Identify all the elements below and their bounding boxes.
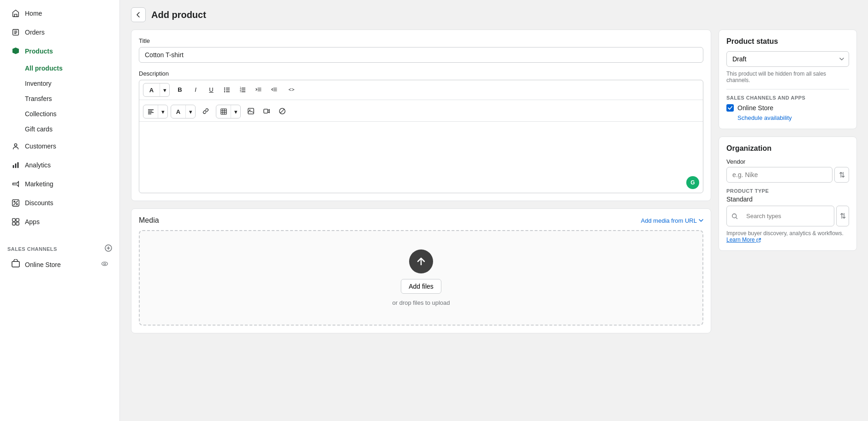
search-types-input-wrap	[726, 206, 834, 226]
vendor-input[interactable]	[726, 167, 832, 183]
organization-title: Organization	[726, 144, 849, 153]
orders-icon	[11, 28, 20, 37]
video-btn[interactable]	[259, 105, 274, 118]
back-button[interactable]	[131, 7, 146, 22]
sidebar-sub-inventory[interactable]: Inventory	[4, 76, 116, 91]
sidebar-sub-collections[interactable]: Collections	[4, 107, 116, 121]
sidebar-item-products-label: Products	[25, 47, 53, 55]
svg-rect-37	[248, 108, 254, 114]
schedule-availability-link[interactable]: Schedule availability	[726, 114, 849, 121]
sidebar-item-customers-label: Customers	[25, 142, 56, 150]
status-select[interactable]: Draft Active	[726, 51, 849, 67]
text-color-btn[interactable]: A	[171, 105, 186, 118]
svg-rect-13	[12, 261, 19, 267]
eye-icon	[101, 260, 108, 269]
sidebar-sub-gift-cards[interactable]: Gift cards	[4, 122, 116, 136]
text-color-dropdown-btn[interactable]: ▾	[186, 105, 195, 118]
org-hint: Improve buyer discovery, analytics & wor…	[726, 230, 849, 243]
sidebar-item-home[interactable]: Home	[4, 4, 116, 23]
sidebar-sub-all-products[interactable]: All products	[4, 61, 116, 76]
product-status-title: Product status	[726, 37, 849, 46]
svg-line-41	[280, 109, 285, 113]
divider	[726, 89, 849, 89]
vendor-stepper[interactable]: ⇅	[834, 167, 849, 183]
align-group: ▾	[143, 105, 168, 119]
sidebar-item-orders[interactable]: Orders	[4, 23, 116, 42]
description-editor[interactable]: G	[139, 124, 703, 193]
ordered-list-btn[interactable]: 1.2.3.	[235, 83, 250, 96]
editor-toolbar: A ▾ B I U 1.2.3.	[139, 80, 703, 100]
main-content: Add product Title Description A ▾	[120, 0, 868, 421]
title-label: Title	[139, 37, 703, 44]
unordered-list-btn[interactable]	[220, 83, 234, 96]
svg-point-14	[102, 262, 108, 266]
search-icon	[731, 213, 738, 219]
upload-icon	[409, 249, 433, 273]
svg-point-15	[104, 263, 106, 265]
underline-btn[interactable]: U	[204, 83, 219, 96]
svg-rect-2	[13, 165, 14, 168]
sidebar-item-marketing[interactable]: Marketing	[4, 175, 116, 193]
svg-point-16	[224, 88, 225, 89]
svg-rect-10	[12, 222, 15, 225]
online-store-label: Online Store	[25, 261, 61, 268]
description-label: Description	[139, 70, 703, 77]
link-btn[interactable]	[198, 105, 213, 118]
indent-btn[interactable]	[267, 83, 281, 96]
text-color-group: A ▾	[171, 105, 196, 119]
sidebar-item-home-label: Home	[25, 10, 42, 17]
products-icon	[11, 47, 20, 56]
table-dropdown-btn[interactable]: ▾	[231, 105, 240, 118]
align-btn[interactable]	[143, 105, 158, 118]
title-input[interactable]	[139, 47, 703, 63]
svg-rect-8	[12, 219, 15, 221]
code-btn[interactable]: <>	[284, 83, 299, 96]
svg-point-5	[14, 201, 15, 202]
search-types-stepper[interactable]: ⇅	[836, 206, 849, 226]
outdent-btn[interactable]	[251, 83, 266, 96]
learn-more-link[interactable]: Learn More	[726, 237, 761, 243]
sales-channels-title: SALES CHANNELS	[0, 239, 119, 255]
sidebar-item-products[interactable]: Products	[4, 42, 116, 60]
italic-btn[interactable]: I	[188, 83, 203, 96]
sidebar-item-discounts-label: Discounts	[25, 199, 53, 207]
font-dropdown-btn[interactable]: ▾	[160, 83, 169, 96]
grammarly-icon: G	[686, 176, 699, 189]
drop-text: or drop files to upload	[392, 299, 450, 306]
search-types-input[interactable]	[741, 209, 829, 223]
media-header: Media Add media from URL	[139, 216, 703, 225]
add-channel-button[interactable]	[105, 244, 112, 253]
font-size-group: A ▾	[143, 83, 170, 97]
svg-rect-32	[221, 109, 226, 114]
vendor-label: Vendor	[726, 158, 849, 165]
sidebar-item-analytics[interactable]: Analytics	[4, 156, 116, 174]
title-description-card: Title Description A ▾ B I U	[131, 30, 711, 201]
font-btn[interactable]: A	[143, 83, 160, 96]
discounts-icon	[11, 198, 20, 208]
vendor-input-group: ⇅	[726, 167, 849, 183]
sidebar-sub-transfers[interactable]: Transfers	[4, 91, 116, 106]
align-dropdown-btn[interactable]: ▾	[158, 105, 167, 118]
sidebar-item-customers[interactable]: Customers	[4, 137, 116, 155]
table-btn[interactable]	[216, 105, 231, 118]
svg-point-6	[16, 203, 18, 205]
sidebar-item-apps-label: Apps	[25, 218, 40, 225]
sidebar-item-discounts[interactable]: Discounts	[4, 194, 116, 212]
analytics-icon	[11, 160, 20, 170]
apps-icon	[11, 217, 20, 226]
channel-checkbox[interactable]	[726, 104, 734, 112]
image-btn[interactable]	[244, 105, 258, 118]
svg-rect-11	[16, 222, 19, 225]
page-header: Add product	[120, 0, 868, 30]
left-column: Title Description A ▾ B I U	[131, 30, 711, 410]
no-format-btn[interactable]	[275, 105, 290, 118]
add-files-button[interactable]: Add files	[401, 279, 441, 294]
sidebar-online-store[interactable]: Online Store	[4, 255, 116, 273]
bold-btn[interactable]: B	[172, 83, 187, 96]
channels-label: SALES CHANNELS AND APPS	[726, 95, 849, 101]
media-drop-zone[interactable]: Add files or drop files to upload	[139, 230, 703, 326]
svg-rect-4	[18, 162, 19, 168]
sidebar-item-analytics-label: Analytics	[25, 161, 51, 169]
sidebar-item-apps[interactable]: Apps	[4, 213, 116, 231]
add-media-from-url-button[interactable]: Add media from URL	[641, 217, 703, 224]
